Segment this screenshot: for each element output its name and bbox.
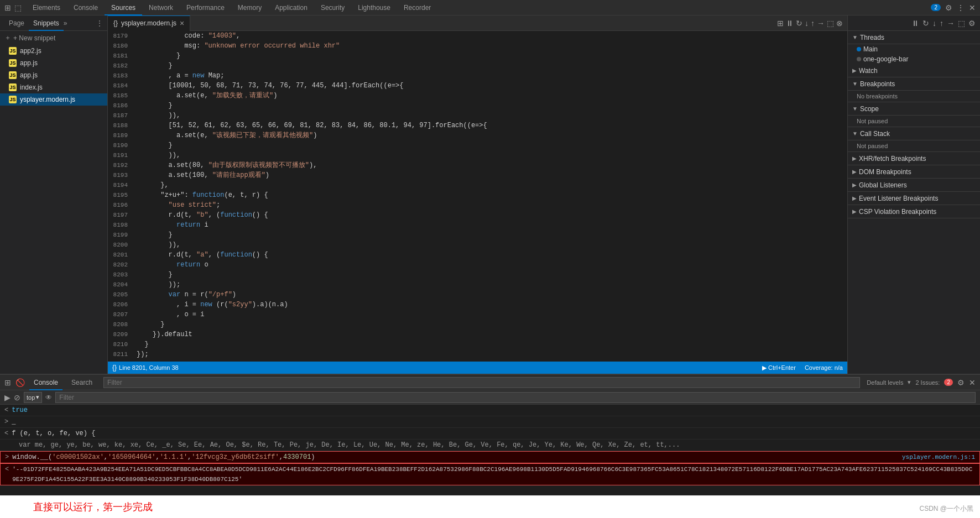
tab-lighthouse[interactable]: Lighthouse [351, 0, 397, 15]
console-filter-input[interactable] [103, 377, 860, 388]
code-line: 8183 , a = new Map; [108, 71, 847, 81]
step-through-icon[interactable]: ▶ [4, 393, 11, 402]
csdn-watermark: CSDN @一个小黑 [919, 504, 973, 514]
code-status-bar: {} Line 8201, Column 38 ▶ Ctrl+Enter Cov… [108, 362, 847, 374]
watch-label: Watch [859, 67, 878, 75]
tab-application[interactable]: Application [268, 0, 314, 15]
default-levels-chevron[interactable]: ▾ [908, 379, 911, 386]
console-line-true: < true [0, 405, 980, 416]
code-line: 8190 } [108, 140, 847, 150]
format-code-icon[interactable]: ⊞ [777, 19, 784, 28]
watch-arrow: ▶ [852, 67, 857, 74]
tab-elements[interactable]: Elements [26, 0, 67, 15]
deactivate-icon[interactable]: ⬚ [827, 19, 834, 28]
step-icon[interactable]: → [817, 19, 825, 28]
code-line: 8189 a.set(e, "该视频已下架，请观看其他视频") [108, 130, 847, 140]
thread-google-bar[interactable]: one-google-bar [848, 54, 980, 64]
context-chevron: ▾ [36, 394, 39, 401]
file-item-appjs-2[interactable]: JS app.js [0, 69, 107, 81]
breakpoints-content: No breakpoints [848, 91, 980, 102]
annotation-text: 直接可以运行，第一步完成 [33, 501, 153, 512]
close-devtools-icon[interactable]: ✕ [969, 3, 976, 12]
devtools-tabbar: ⊞ ⬚ Elements Console Sources Network Per… [0, 0, 980, 15]
dom-section-header[interactable]: ▶ DOM Breakpoints [848, 165, 980, 179]
new-snippet-button[interactable]: ＋ + New snippet [0, 31, 107, 45]
tab-security[interactable]: Security [314, 0, 351, 15]
tab-search-bottom[interactable]: Search [67, 375, 97, 390]
js-file-icon: JS [9, 96, 17, 103]
step-out-btn[interactable]: ↑ [940, 19, 943, 28]
tab-console[interactable]: Console [67, 0, 105, 15]
settings2-icon[interactable]: ⊗ [836, 19, 843, 28]
code-tab-ysplayer[interactable]: {} ysplayer.modern.js × [108, 15, 190, 31]
code-line: 8185 a.set(e, "加载失败，请重试") [108, 91, 847, 101]
filter-input[interactable] [55, 392, 976, 403]
eye-icon[interactable]: 👁 [45, 394, 52, 401]
step-into-btn[interactable]: ↓ [932, 19, 936, 28]
more-btn[interactable]: ⚙ [968, 19, 976, 28]
tab-page[interactable]: Page [4, 15, 29, 31]
tab-network[interactable]: Network [142, 0, 180, 15]
xhr-section-header[interactable]: ▶ XHR/fetch Breakpoints [848, 152, 980, 165]
console-settings-icon[interactable]: ⚙ [957, 378, 965, 387]
pause-btn[interactable]: ⏸ [911, 19, 919, 28]
file-panel: Page Snippets » ⋮ ＋ + New snippet JS app… [0, 15, 108, 374]
context-select[interactable]: top ▾ [24, 392, 42, 403]
step-btn[interactable]: → [947, 19, 955, 28]
global-section-header[interactable]: ▶ Global Listeners [848, 179, 980, 192]
right-toolbar: ⏸ ↻ ↓ ↑ → ⬚ ⚙ [848, 15, 980, 31]
devtools-icon[interactable]: ⊞ [4, 3, 11, 12]
file-item-ysplayer[interactable]: JS ysplayer.modern.js [0, 93, 107, 106]
file-item-appjs-1[interactable]: JS app.js [0, 57, 107, 69]
notification-badge: 2 [931, 4, 941, 11]
event-label: Event Listener Breakpoints [859, 195, 938, 202]
code-line: 8187 )), [108, 111, 847, 121]
async-icon[interactable]: ⊘ [14, 393, 20, 402]
tab-performance[interactable]: Performance [180, 0, 231, 15]
tab-recorder[interactable]: Recorder [397, 0, 437, 15]
code-line: 8199 } [108, 230, 847, 240]
main-layout: Page Snippets » ⋮ ＋ + New snippet JS app… [0, 15, 980, 374]
code-line: 8188 [51, 52, 61, 62, 63, 65, 66, 69, 81… [108, 121, 847, 130]
step-over-icon[interactable]: ↻ [796, 19, 802, 28]
event-section-header[interactable]: ▶ Event Listener Breakpoints [848, 192, 980, 205]
clear-console-icon[interactable]: 🚫 [15, 378, 25, 387]
tab-console-bottom[interactable]: Console [29, 375, 62, 390]
file-panel-more-icon[interactable]: ⋮ [96, 19, 103, 27]
code-line: 8206 , i = new (r("s2yy").a)(n.a) [108, 300, 847, 310]
more-icon[interactable]: ⋮ [957, 3, 965, 12]
scope-section-header[interactable]: ▼ Scope [848, 102, 980, 116]
console-panel-icon[interactable]: ⊞ [4, 378, 11, 387]
code-content[interactable]: 8179 code: "14003", 8180 msg: "unknown e… [108, 31, 847, 362]
devtools-inspect-icon[interactable]: ⬚ [14, 3, 22, 12]
step-into-icon[interactable]: ↓ [805, 19, 809, 28]
pause-icon[interactable]: ⏸ [786, 19, 794, 28]
callstack-section-header[interactable]: ▼ Call Stack [848, 127, 980, 140]
code-line: 8211 }); [108, 349, 847, 359]
watch-section-header[interactable]: ▶ Watch [848, 64, 980, 77]
tab-snippets[interactable]: Snippets [29, 15, 64, 31]
threads-section-header[interactable]: ▼ Threads [848, 31, 980, 44]
close-console-icon[interactable]: ✕ [969, 378, 976, 387]
file-item-app2js[interactable]: JS app2.js [0, 45, 107, 57]
deactivate-btn[interactable]: ⬚ [958, 19, 965, 28]
step-out-icon[interactable]: ↑ [811, 19, 815, 28]
console-source[interactable]: ysplayer.modern.js:1 [902, 452, 975, 462]
default-levels[interactable]: Default levels [867, 379, 903, 386]
breakpoints-label: Breakpoints [860, 80, 895, 88]
file-item-indexjs[interactable]: JS index.js [0, 81, 107, 93]
close-tab-icon[interactable]: × [180, 19, 184, 27]
breakpoints-section-header[interactable]: ▼ Breakpoints [848, 77, 980, 91]
file-panel-chevron[interactable]: » [64, 19, 67, 27]
thread-main[interactable]: Main [848, 44, 980, 54]
settings-icon[interactable]: ⚙ [945, 3, 952, 12]
dom-label: DOM Breakpoints [859, 168, 911, 176]
step-over-btn[interactable]: ↻ [922, 19, 929, 28]
code-line: 8200 )), [108, 240, 847, 250]
tab-sources[interactable]: Sources [105, 0, 142, 15]
js-file-icon: JS [9, 71, 17, 79]
csp-section-header[interactable]: ▶ CSP Violation Breakpoints [848, 205, 980, 218]
tab-memory[interactable]: Memory [231, 0, 268, 15]
code-panel: {} ysplayer.modern.js × ⊞ ⏸ ↻ ↓ ↑ → ⬚ ⊗ … [108, 15, 847, 374]
file-list: JS app2.js JS app.js JS app.js JS index.… [0, 45, 107, 374]
